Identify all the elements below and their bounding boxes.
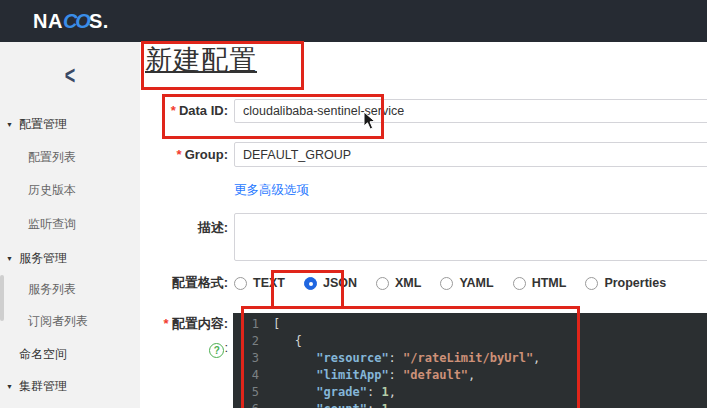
- code-editor[interactable]: 1[2 {3 "resource": "/rateLimit/byUrl",4 …: [233, 313, 707, 408]
- sidebar-item-config-management[interactable]: ▼配置管理: [0, 116, 67, 132]
- sidebar: < ▼配置管理 配置列表 历史版本 监听查询 ▼服务管理 服务列表 订阅者列表 …: [0, 42, 141, 408]
- group-label: *Group:: [140, 142, 228, 167]
- field-description: 描述:: [140, 213, 707, 261]
- caret-down-icon: ▼: [6, 251, 13, 267]
- format-radio-group: TEXT JSON XML YAML HTML Properties: [234, 269, 707, 297]
- description-textarea[interactable]: [234, 213, 707, 261]
- sidebar-item-label: 订阅者列表: [28, 314, 88, 328]
- advanced-options-link[interactable]: 更多高级选项: [234, 182, 309, 199]
- radio-unselected-icon: [440, 277, 453, 290]
- sidebar-item-label: 监听查询: [28, 217, 76, 231]
- code-line: 2 {: [233, 333, 707, 350]
- line-number: 4: [233, 367, 273, 384]
- logo-text: NA: [33, 10, 63, 32]
- main-content: 新建配置 *Data ID: *Group: 更多高级选项 描述: 配置格式: …: [140, 42, 707, 408]
- scrollbar-thumb[interactable]: [0, 275, 4, 321]
- required-asterisk: *: [177, 147, 182, 162]
- line-number: 5: [233, 384, 273, 401]
- format-label: 配置格式:: [140, 269, 228, 297]
- sidebar-item-label: 配置管理: [19, 117, 67, 131]
- sidebar-item-service-list[interactable]: 服务列表: [0, 281, 76, 297]
- code-text: "count": 1,: [273, 401, 707, 408]
- sidebar-collapse-button[interactable]: <: [0, 62, 140, 91]
- data-id-input[interactable]: [234, 99, 707, 123]
- radio-option-text[interactable]: TEXT: [234, 276, 285, 290]
- code-editor-lines: 1[2 {3 "resource": "/rateLimit/byUrl",4 …: [233, 316, 707, 408]
- radio-selected-icon: [304, 277, 317, 290]
- sidebar-item-label: 命名空间: [19, 347, 67, 361]
- code-text: "resource": "/rateLimit/byUrl",: [273, 350, 707, 367]
- required-asterisk: *: [171, 103, 176, 118]
- code-text: "limitApp": "default",: [273, 367, 707, 384]
- caret-down-icon: ▼: [6, 379, 13, 395]
- radio-unselected-icon: [585, 277, 598, 290]
- sidebar-item-config-list[interactable]: 配置列表: [0, 149, 76, 165]
- field-format: 配置格式: TEXT JSON XML YAML HTML Properties: [140, 269, 707, 297]
- line-number: 2: [233, 333, 273, 350]
- sidebar-item-label: 服务管理: [19, 251, 67, 265]
- logo-infinity-icon: CO: [63, 10, 89, 32]
- sidebar-item-cluster-management[interactable]: ▼集群管理: [0, 378, 67, 394]
- content-label: *配置内容:: [140, 315, 228, 333]
- sidebar-item-service-management[interactable]: ▼服务管理: [0, 250, 67, 266]
- line-number: 6: [233, 401, 273, 408]
- code-line: 3 "resource": "/rateLimit/byUrl",: [233, 350, 707, 367]
- radio-unselected-icon: [513, 277, 526, 290]
- code-line: 1[: [233, 316, 707, 333]
- field-group: *Group:: [140, 142, 707, 167]
- content-help: ?:: [198, 340, 228, 358]
- sidebar-item-label: 服务列表: [28, 282, 76, 296]
- sidebar-item-history-versions[interactable]: 历史版本: [0, 182, 76, 198]
- group-input[interactable]: [234, 142, 707, 167]
- radio-unselected-icon: [376, 277, 389, 290]
- sidebar-item-label: 配置列表: [28, 150, 76, 164]
- top-bar: NACOS.: [0, 0, 707, 42]
- radio-unselected-icon: [234, 277, 247, 290]
- sidebar-item-namespace[interactable]: 命名空间: [0, 346, 67, 362]
- code-text: "grade": 1,: [273, 384, 707, 401]
- code-line: 5 "grade": 1,: [233, 384, 707, 401]
- radio-option-html[interactable]: HTML: [513, 276, 567, 290]
- description-label: 描述:: [140, 219, 228, 237]
- code-line: 4 "limitApp": "default",: [233, 367, 707, 384]
- code-text: [: [273, 316, 707, 333]
- nacos-logo: NACOS.: [33, 0, 109, 42]
- radio-option-yaml[interactable]: YAML: [440, 276, 493, 290]
- sidebar-item-label: 历史版本: [28, 183, 76, 197]
- code-text: {: [273, 333, 707, 350]
- sidebar-item-label: 集群管理: [19, 379, 67, 393]
- required-asterisk: *: [164, 316, 169, 331]
- logo-text-suffix: S.: [89, 10, 109, 32]
- help-question-icon[interactable]: ?: [209, 343, 224, 358]
- field-data-id: *Data ID:: [140, 99, 707, 123]
- code-line: 6 "count": 1,: [233, 401, 707, 408]
- line-number: 1: [233, 316, 273, 333]
- caret-down-icon: ▼: [6, 117, 13, 133]
- radio-option-properties[interactable]: Properties: [585, 276, 666, 290]
- line-number: 3: [233, 350, 273, 367]
- page-title: 新建配置: [145, 42, 257, 78]
- radio-option-json[interactable]: JSON: [304, 276, 357, 290]
- sidebar-item-listening-query[interactable]: 监听查询: [0, 216, 76, 232]
- sidebar-item-subscriber-list[interactable]: 订阅者列表: [0, 313, 88, 329]
- data-id-label: *Data ID:: [140, 99, 228, 123]
- radio-option-xml[interactable]: XML: [376, 276, 421, 290]
